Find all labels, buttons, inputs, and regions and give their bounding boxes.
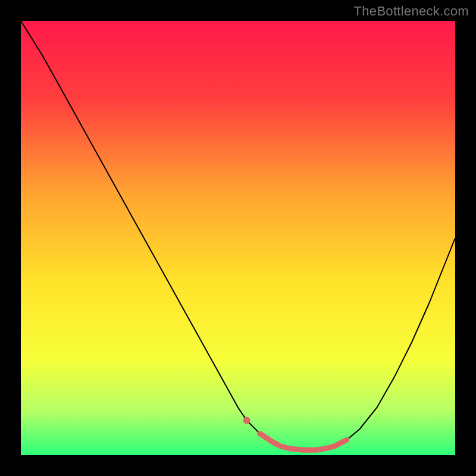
bottleneck-chart: TheBottleneck.com — [0, 0, 476, 476]
plot-background — [21, 21, 455, 455]
dot-marker-dot — [243, 417, 250, 424]
chart-svg — [0, 0, 476, 476]
watermark-text: TheBottleneck.com — [354, 4, 469, 19]
